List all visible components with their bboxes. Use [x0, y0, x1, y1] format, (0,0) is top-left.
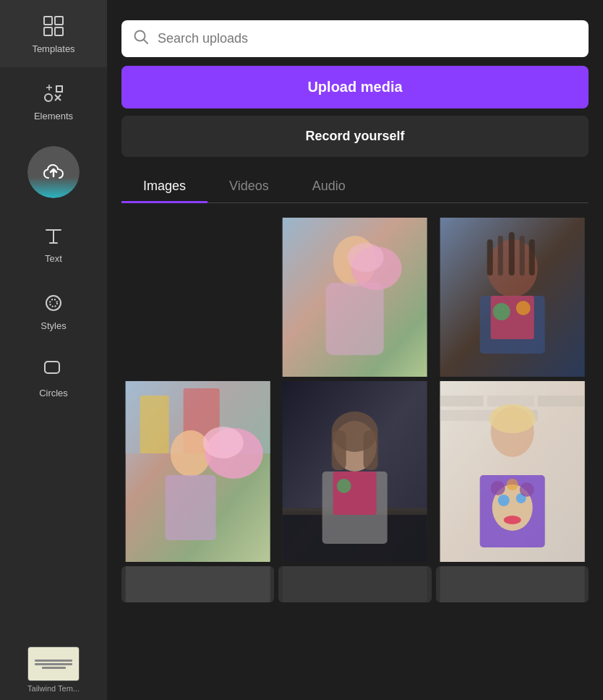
sidebar-item-templates-label: Templates [32, 43, 74, 54]
svg-point-23 [492, 303, 510, 320]
tab-images[interactable]: Images [121, 171, 208, 203]
svg-rect-41 [333, 471, 377, 515]
svg-rect-60 [126, 566, 270, 602]
tab-audio[interactable]: Audio [291, 171, 367, 203]
sidebar-item-tailwind[interactable]: Tailwind Tem... [0, 639, 107, 700]
svg-point-58 [519, 482, 534, 497]
sidebar: Templates Elements [0, 0, 107, 700]
svg-rect-16 [487, 239, 492, 276]
svg-point-31 [203, 427, 244, 458]
svg-rect-18 [508, 232, 514, 276]
upload-circle [27, 146, 80, 198]
svg-point-54 [497, 495, 509, 506]
svg-rect-11 [326, 283, 384, 355]
svg-rect-0 [44, 17, 52, 25]
svg-point-56 [503, 516, 521, 524]
svg-rect-62 [440, 566, 584, 602]
styles-icon [40, 290, 67, 316]
image-item-row3-1[interactable] [121, 566, 274, 602]
image-item-sitting-woman[interactable] [278, 381, 431, 562]
sidebar-item-text[interactable]: Text [0, 210, 107, 277]
image-item-colorful-face[interactable] [436, 381, 589, 562]
elements-icon [40, 80, 67, 106]
svg-rect-47 [537, 396, 584, 406]
search-bar [121, 20, 589, 57]
text-icon [40, 223, 67, 249]
empty-slot-1 [121, 218, 274, 377]
tailwind-thumb-content [28, 647, 79, 680]
record-yourself-button[interactable]: Record yourself [121, 116, 589, 157]
upload-media-button[interactable]: Upload media [121, 66, 589, 108]
main-content: Upload media Record yourself Images Vide… [107, 0, 603, 700]
svg-point-51 [489, 404, 535, 433]
sidebar-item-uploads[interactable] [0, 135, 107, 210]
svg-rect-1 [55, 17, 63, 25]
upload-circle-inner [27, 146, 80, 198]
sidebar-item-elements[interactable]: Elements [0, 67, 107, 135]
sidebar-item-circles[interactable]: Circles [0, 344, 107, 411]
svg-rect-19 [519, 236, 524, 276]
search-icon [133, 29, 149, 48]
sidebar-item-styles-label: Styles [40, 320, 66, 331]
sidebar-item-text-label: Text [45, 253, 62, 264]
grid-icon [40, 13, 67, 39]
image-item-cotton-candy[interactable] [278, 218, 431, 377]
image-item-dreadlocks[interactable] [436, 218, 589, 377]
svg-point-42 [337, 479, 351, 493]
sidebar-item-circles-label: Circles [39, 388, 68, 398]
tailwind-label: Tailwind Tem... [27, 684, 80, 693]
sidebar-item-styles[interactable]: Styles [0, 277, 107, 344]
svg-point-4 [45, 94, 52, 101]
svg-rect-20 [529, 239, 534, 276]
svg-rect-7 [45, 362, 59, 373]
image-item-row3-2[interactable] [278, 566, 431, 602]
svg-rect-32 [166, 475, 216, 540]
image-item-cotton-candy-large[interactable] [121, 381, 274, 562]
svg-rect-39 [364, 430, 378, 470]
circles-icon [40, 357, 67, 383]
svg-rect-45 [440, 396, 483, 406]
tab-videos[interactable]: Videos [208, 171, 291, 203]
image-row-3 [121, 566, 589, 602]
svg-rect-61 [283, 566, 427, 602]
tailwind-thumbnail [27, 646, 80, 681]
svg-rect-38 [332, 430, 346, 470]
search-input[interactable] [158, 31, 577, 46]
svg-rect-2 [44, 27, 52, 35]
svg-rect-48 [440, 410, 497, 421]
sidebar-item-elements-label: Elements [34, 111, 73, 121]
media-tabs: Images Videos Audio [121, 171, 589, 203]
svg-rect-17 [497, 236, 502, 276]
svg-rect-3 [55, 27, 63, 35]
image-row-1 [121, 218, 589, 377]
upload-cloud-icon [40, 159, 67, 185]
image-item-row3-3[interactable] [436, 566, 589, 602]
svg-point-6 [50, 299, 57, 307]
svg-point-57 [490, 481, 505, 495]
svg-point-13 [348, 243, 384, 272]
sidebar-item-templates[interactable]: Templates [0, 0, 107, 67]
svg-rect-27 [140, 396, 169, 453]
svg-point-59 [506, 479, 518, 490]
svg-point-24 [516, 301, 530, 315]
svg-point-5 [46, 296, 61, 310]
image-row-2 [121, 381, 589, 562]
